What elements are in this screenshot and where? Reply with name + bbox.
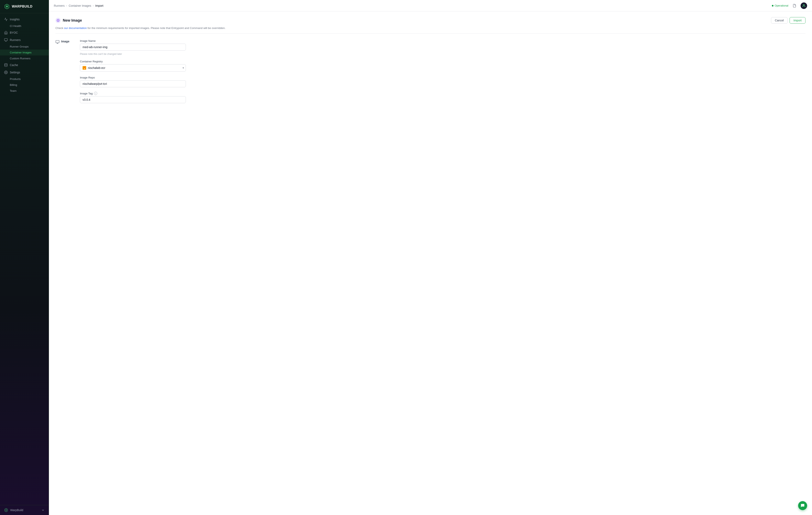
breadcrumb-runners[interactable]: Runners — [54, 4, 65, 7]
svg-rect-9 — [56, 40, 59, 43]
sidebar-item-custom-runners[interactable]: Custom Runners — [0, 55, 49, 61]
footer-logo-icon — [4, 508, 8, 512]
warpbuild-logo-icon — [4, 4, 10, 9]
section-divider — [55, 33, 806, 34]
status-label: Operational — [775, 4, 788, 7]
content-area: New Image Cancel Import Check our docume… — [49, 11, 812, 515]
sidebar-navigation: Insights CI Health BYOC Runners Runner G… — [0, 13, 49, 505]
image-name-hint: Please note this can't be changed later — [80, 53, 186, 55]
image-tag-field: Image Tag i — [80, 92, 186, 103]
status-dot — [772, 5, 774, 6]
import-button[interactable]: Import — [790, 17, 806, 24]
sidebar-item-team[interactable]: Team — [0, 88, 49, 94]
avatar[interactable] — [801, 2, 807, 9]
image-form-section: Image Image Name Please note this can't … — [55, 39, 806, 103]
registry-icon: 🔥 — [83, 66, 86, 70]
cache-label: Cache — [10, 63, 18, 67]
form-actions: Cancel Import — [771, 17, 806, 24]
sidebar-item-cache[interactable]: Cache — [0, 61, 49, 69]
image-repo-field: Image Repo — [80, 76, 186, 87]
sidebar-item-ci-health[interactable]: CI Health — [0, 23, 49, 29]
status-badge: Operational — [772, 4, 788, 7]
sidebar-item-byoc[interactable]: BYOC — [0, 29, 49, 36]
sidebar-item-billing[interactable]: Billing — [0, 82, 49, 88]
breadcrumb-import: Import — [95, 4, 103, 7]
new-image-icon — [55, 18, 61, 23]
sidebar-item-runner-groups[interactable]: Runner Groups — [0, 44, 49, 50]
logo-text: WARPBUILD — [12, 5, 32, 8]
container-registry-select[interactable]: 🔥 nischalwb-ecr — [80, 64, 186, 71]
sidebar-item-runners[interactable]: Runners — [0, 36, 49, 44]
new-image-header: New Image Cancel Import — [55, 17, 806, 24]
page-title-section: New Image — [55, 18, 82, 23]
page-description: Check our documentation for the minimum … — [55, 26, 806, 30]
footer-label: WarpBuild — [10, 509, 23, 512]
main-content: Runners › Container Images › Import Oper… — [49, 0, 812, 515]
byoc-label: BYOC — [10, 31, 18, 34]
cancel-button[interactable]: Cancel — [771, 17, 788, 24]
registry-value: nischalwb-ecr — [88, 66, 105, 69]
insights-icon — [4, 18, 8, 21]
sidebar-logo[interactable]: WARPBUILD — [0, 0, 49, 13]
settings-label: Settings — [10, 71, 20, 74]
image-repo-input[interactable] — [80, 80, 186, 87]
breadcrumb-container-images[interactable]: Container Images — [69, 4, 91, 7]
runners-label: Runners — [10, 38, 21, 41]
chat-icon — [801, 504, 805, 508]
sidebar-item-insights[interactable]: Insights — [0, 16, 49, 23]
image-tag-input[interactable] — [80, 96, 186, 103]
description-suffix: for the minimum requirements for importe… — [87, 27, 226, 30]
container-registry-field: Container Registry 🔥 nischalwb-ecr ▾ — [80, 60, 186, 71]
sidebar-item-settings[interactable]: Settings — [0, 69, 49, 76]
image-tag-label-row: Image Tag i — [80, 92, 186, 95]
documentation-link[interactable]: our documentation — [64, 27, 87, 30]
chevron-down-icon — [41, 509, 45, 512]
form-fields: Image Name Please note this can't be cha… — [80, 39, 186, 103]
settings-icon — [4, 70, 8, 74]
sidebar-item-products[interactable]: Products — [0, 76, 49, 82]
image-section-title: Image — [61, 40, 69, 43]
sidebar-footer[interactable]: WarpBuild — [0, 505, 49, 515]
container-registry-select-wrapper: 🔥 nischalwb-ecr ▾ — [80, 64, 186, 71]
document-icon — [793, 4, 796, 7]
sidebar: WARPBUILD Insights CI Health BYOC — [0, 0, 49, 515]
svg-rect-0 — [4, 38, 7, 41]
sidebar-footer-content: WarpBuild — [4, 508, 23, 512]
page-header: Runners › Container Images › Import Oper… — [49, 0, 812, 11]
header-actions: Operational — [772, 2, 807, 9]
cache-icon — [4, 63, 8, 67]
image-section-icon — [55, 40, 59, 44]
docs-button[interactable] — [791, 2, 798, 9]
image-tag-label: Image Tag — [80, 92, 93, 95]
svg-point-4 — [5, 72, 6, 73]
info-icon[interactable]: i — [94, 92, 97, 95]
image-repo-label: Image Repo — [80, 76, 186, 79]
image-name-input[interactable] — [80, 44, 186, 51]
form-section-label: Image — [55, 39, 72, 103]
svg-point-5 — [803, 4, 805, 6]
svg-point-3 — [4, 64, 7, 65]
chat-button[interactable] — [798, 501, 807, 510]
insights-label: Insights — [10, 18, 20, 21]
description-prefix: Check — [55, 27, 64, 30]
image-name-field: Image Name Please note this can't be cha… — [80, 39, 186, 55]
container-registry-label: Container Registry — [80, 60, 186, 63]
sidebar-item-container-images[interactable]: Container Images — [0, 50, 49, 55]
image-name-label: Image Name — [80, 39, 186, 42]
page-title: New Image — [63, 18, 82, 23]
breadcrumb-sep-1: › — [66, 4, 67, 7]
byoc-icon — [4, 31, 8, 34]
runners-icon — [4, 38, 8, 42]
avatar-icon — [802, 4, 806, 8]
breadcrumb-sep-2: › — [93, 4, 93, 7]
breadcrumb: Runners › Container Images › Import — [54, 4, 103, 7]
